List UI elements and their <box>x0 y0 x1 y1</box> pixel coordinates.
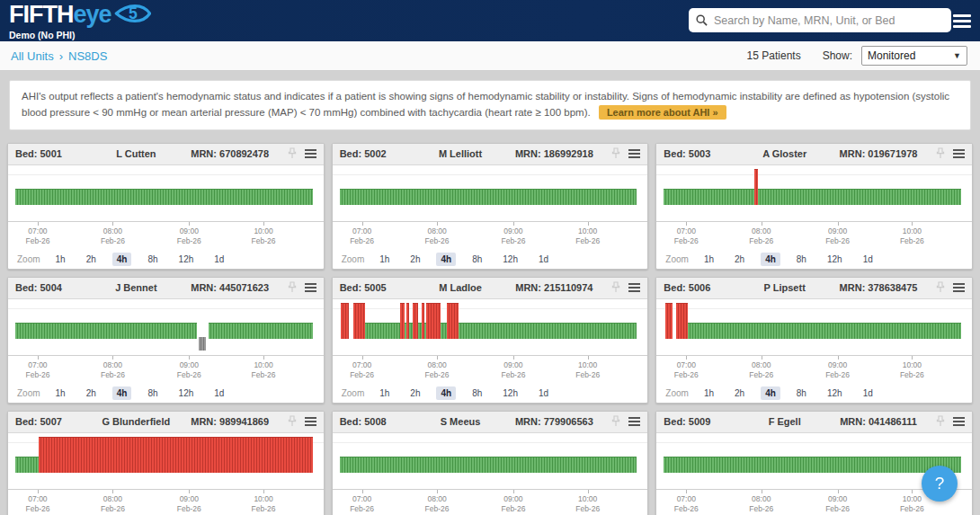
zoom-option-4h[interactable]: 4h <box>436 386 456 400</box>
zoom-option-4h[interactable]: 4h <box>436 253 456 266</box>
show-filter-select[interactable]: Monitored ▼ <box>861 46 967 66</box>
zoom-option-8h[interactable]: 8h <box>143 386 162 400</box>
zoom-option-8h[interactable]: 8h <box>792 386 811 400</box>
zoom-option-12h[interactable]: 12h <box>498 253 522 266</box>
patient-card[interactable]: Bed: 5002 M Lelliott MRN: 186992918 07:0… <box>332 143 649 270</box>
zoom-option-4h[interactable]: 4h <box>112 253 132 266</box>
card-menu-icon[interactable] <box>953 281 965 294</box>
card-menu-icon[interactable] <box>628 147 640 160</box>
zoom-option-2h[interactable]: 2h <box>82 386 101 400</box>
axis-tick <box>912 490 913 493</box>
axis-tick <box>263 356 264 360</box>
patient-card[interactable]: Bed: 5004 J Bennet MRN: 445071623 07:00F… <box>7 277 325 404</box>
axis-label: 08:00Feb-26 <box>749 226 773 246</box>
zoom-option-12h[interactable]: 12h <box>823 253 847 266</box>
pin-icon[interactable] <box>611 147 620 161</box>
breadcrumb-unit[interactable]: NS8DS <box>68 49 107 63</box>
patient-card[interactable]: Bed: 5008 S Meeus MRN: 779906563 07:00Fe… <box>332 411 649 515</box>
ahi-chart <box>664 165 961 221</box>
card-menu-icon[interactable] <box>305 147 316 160</box>
zoom-option-2h[interactable]: 2h <box>730 386 749 400</box>
card-menu-icon[interactable] <box>953 147 965 160</box>
patient-card[interactable]: Bed: 5005 M Ladloe MRN: 215110974 07:00F… <box>332 277 649 404</box>
zoom-option-8h[interactable]: 8h <box>143 253 162 266</box>
pin-icon[interactable] <box>611 281 620 295</box>
zoom-controls: Zoom1h2h4h8h12h1d <box>333 383 648 404</box>
breadcrumb-all-units[interactable]: All Units <box>11 49 54 63</box>
ahi-chart-area[interactable] <box>333 299 648 355</box>
zoom-option-1d[interactable]: 1d <box>209 386 228 400</box>
card-menu-icon[interactable] <box>305 281 316 294</box>
patient-card[interactable]: Bed: 5001 L Cutten MRN: 670892478 07:00F… <box>7 143 325 270</box>
card-menu-icon[interactable] <box>628 281 640 294</box>
pin-icon[interactable] <box>288 147 297 161</box>
pin-icon[interactable] <box>611 415 620 429</box>
zoom-option-2h[interactable]: 2h <box>405 253 424 266</box>
time-axis: 07:00Feb-2608:00Feb-2609:00Feb-2610:00Fe… <box>333 355 648 383</box>
ahi-chart-area[interactable] <box>333 433 648 489</box>
zoom-option-2h[interactable]: 2h <box>405 386 424 400</box>
ahi-chart-area[interactable] <box>656 299 972 355</box>
ahi-chart-area[interactable] <box>656 165 972 221</box>
bed-label: Bed: 5003 <box>664 148 743 159</box>
zoom-option-1d[interactable]: 1d <box>209 253 228 266</box>
zoom-option-1h[interactable]: 1h <box>51 253 70 266</box>
global-search[interactable] <box>689 8 951 32</box>
patient-card[interactable]: Bed: 5007 G Blunderfield MRN: 989941869 … <box>7 411 325 515</box>
bed-label: Bed: 5002 <box>340 148 419 159</box>
ahi-chart-area[interactable] <box>8 433 324 489</box>
zoom-option-1h[interactable]: 1h <box>699 386 718 400</box>
zoom-option-2h[interactable]: 2h <box>82 253 101 266</box>
chart-segment-green <box>459 323 637 339</box>
zoom-option-8h[interactable]: 8h <box>468 253 486 266</box>
zoom-option-12h[interactable]: 12h <box>174 386 199 400</box>
zoom-option-1h[interactable]: 1h <box>375 386 394 400</box>
pin-icon[interactable] <box>936 415 945 429</box>
zoom-option-8h[interactable]: 8h <box>792 253 811 266</box>
ahi-chart-area[interactable] <box>333 165 648 221</box>
pin-icon[interactable] <box>936 147 945 161</box>
help-button[interactable]: ? <box>922 466 958 502</box>
zoom-option-12h[interactable]: 12h <box>498 386 522 400</box>
zoom-option-1d[interactable]: 1d <box>859 386 878 400</box>
patient-card[interactable]: Bed: 5006 P Lipsett MRN: 378638475 07:00… <box>655 277 973 404</box>
zoom-option-1h[interactable]: 1h <box>375 253 394 266</box>
axis-tick <box>362 490 363 493</box>
axis-label: 08:00Feb-26 <box>749 360 773 380</box>
ahi-chart <box>664 433 961 489</box>
ahi-chart-area[interactable] <box>8 299 324 355</box>
patient-card-header: Bed: 5006 P Lipsett MRN: 378638475 <box>656 278 972 299</box>
main-menu-icon[interactable] <box>953 12 971 31</box>
ahi-chart-area[interactable] <box>8 165 324 221</box>
chart-segment-green <box>340 457 637 473</box>
patient-name: P Lipsett <box>743 282 826 293</box>
chart-segment-red <box>676 303 688 339</box>
zoom-option-1h[interactable]: 1h <box>51 386 70 400</box>
patient-name: S Meeus <box>419 416 503 427</box>
patient-card[interactable]: Bed: 5009 F Egell MRN: 041486111 07:00Fe… <box>655 411 973 515</box>
card-menu-icon[interactable] <box>628 415 640 428</box>
zoom-option-4h[interactable]: 4h <box>112 386 132 400</box>
pin-icon[interactable] <box>288 415 297 429</box>
zoom-option-1d[interactable]: 1d <box>859 253 878 266</box>
card-menu-icon[interactable] <box>305 415 316 428</box>
time-axis: 07:00Feb-2608:00Feb-2609:00Feb-2610:00Fe… <box>8 355 324 383</box>
zoom-option-1h[interactable]: 1h <box>699 253 718 266</box>
card-menu-icon[interactable] <box>953 415 965 428</box>
time-axis: 07:00Feb-2608:00Feb-2609:00Feb-2610:00Fe… <box>333 221 648 249</box>
chart-segment-green <box>340 189 637 205</box>
pin-icon[interactable] <box>936 281 945 295</box>
zoom-option-1d[interactable]: 1d <box>534 253 553 266</box>
zoom-option-2h[interactable]: 2h <box>730 253 749 266</box>
search-input[interactable] <box>714 14 944 27</box>
pin-icon[interactable] <box>288 281 297 295</box>
zoom-option-12h[interactable]: 12h <box>174 253 199 266</box>
zoom-option-12h[interactable]: 12h <box>823 386 847 400</box>
zoom-option-1d[interactable]: 1d <box>534 386 553 400</box>
axis-label: 08:00Feb-26 <box>101 360 125 380</box>
zoom-option-4h[interactable]: 4h <box>761 253 780 266</box>
zoom-option-8h[interactable]: 8h <box>468 386 486 400</box>
zoom-option-4h[interactable]: 4h <box>761 386 780 400</box>
patient-card[interactable]: Bed: 5003 A Gloster MRN: 019671978 07:00… <box>655 143 973 270</box>
learn-more-ahi-link[interactable]: Learn more about AHI » <box>599 105 726 120</box>
